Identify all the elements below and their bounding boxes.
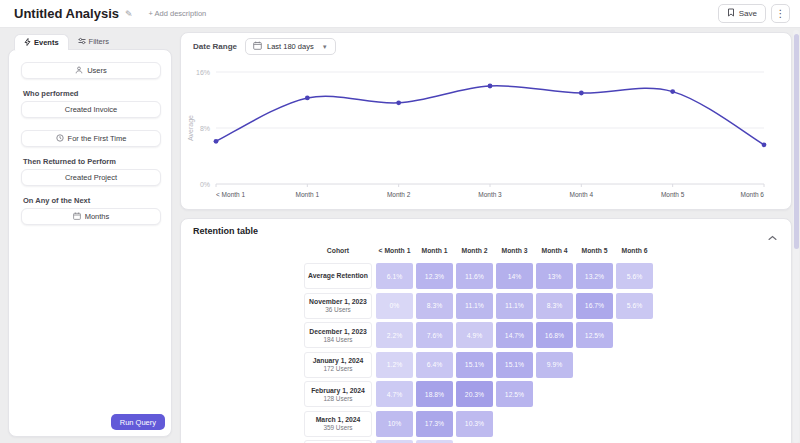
data-point-3[interactable]	[488, 84, 493, 89]
save-button[interactable]: Save	[718, 4, 766, 23]
first-time-button[interactable]: For the First Time	[21, 130, 161, 147]
clock-icon	[56, 134, 64, 144]
retention-cell[interactable]: 13.2%	[576, 263, 613, 289]
then-returned-label: Then Returned to Perform	[21, 157, 159, 166]
created-invoice-button[interactable]: Created Invoice	[21, 101, 161, 118]
retention-cell[interactable]: 15.1%	[496, 352, 533, 378]
retention-cell[interactable]: 2.2%	[376, 322, 413, 348]
user-icon	[75, 66, 83, 76]
users-button-label: Users	[87, 66, 107, 75]
retention-line	[216, 86, 764, 145]
tab-events[interactable]: Events	[14, 34, 69, 50]
y-axis-label: Average	[187, 115, 195, 141]
retention-cell[interactable]: 16.7%	[576, 293, 613, 319]
retention-cell[interactable]: 11.1%	[456, 293, 493, 319]
data-point-4[interactable]	[579, 91, 584, 96]
pencil-icon[interactable]: ✎	[125, 9, 133, 19]
retention-cell[interactable]: 8.3%	[416, 293, 453, 319]
retention-cell[interactable]: 1.2%	[376, 352, 413, 378]
y-axis-tick: 16%	[196, 69, 210, 76]
retention-cell[interactable]: 12.3%	[416, 263, 453, 289]
months-button[interactable]: Months	[21, 208, 161, 225]
date-range-dropdown[interactable]: Last 180 days ▼	[245, 38, 336, 55]
then-returned-label-label: Then Returned to Perform	[23, 157, 116, 166]
data-point-0[interactable]	[214, 139, 219, 144]
date-range-label: Date Range	[193, 42, 237, 51]
months-button-label: Months	[85, 212, 110, 221]
chart-card: 16%8%0%< Month 1Month 1Month 2Month 3Mon…	[180, 32, 792, 210]
table-row: December 1, 2023184 Users2.2%7.6%4.9%14.…	[304, 322, 616, 348]
retention-cell[interactable]: 10%	[376, 411, 413, 437]
retention-cell[interactable]: 14.7%	[496, 322, 533, 348]
users-button[interactable]: Users	[21, 62, 161, 79]
retention-cell[interactable]: 10.3%	[456, 411, 493, 437]
sliders-icon	[78, 37, 86, 47]
scrollbar-track[interactable]	[793, 30, 799, 443]
retention-cell[interactable]: 6.1%	[376, 263, 413, 289]
retention-cell[interactable]: 7.6%	[416, 322, 453, 348]
data-point-2[interactable]	[396, 100, 401, 105]
retention-cell[interactable]: 14%	[496, 263, 533, 289]
retention-cell[interactable]: 16.8%	[536, 322, 573, 348]
retention-cell[interactable]: 18.8%	[416, 381, 453, 407]
cohort-name: February 1, 2024	[311, 387, 365, 395]
retention-cell[interactable]: 15.1%	[456, 352, 493, 378]
retention-cell[interactable]: 11.1%	[496, 293, 533, 319]
retention-cell[interactable]: 20.3%	[456, 381, 493, 407]
cohort-user-count: 184 Users	[323, 336, 352, 343]
column-header: Month 4	[536, 247, 573, 254]
cohort-cell: January 1, 2024172 Users	[304, 352, 372, 378]
table-row: March 1, 2024359 Users10%17.3%10.3%	[304, 411, 496, 437]
add-description-button[interactable]: + Add description	[149, 9, 207, 18]
retention-cell[interactable]: 12.5%	[576, 322, 613, 348]
created-project-button-label: Created Project	[65, 173, 117, 182]
data-point-6[interactable]	[762, 142, 767, 147]
tab-filters[interactable]: Filters	[69, 34, 118, 49]
cohort-user-count: 359 Users	[323, 424, 352, 431]
retention-table-title: Retention table	[193, 226, 258, 236]
data-point-5[interactable]	[670, 89, 675, 94]
kebab-menu-button[interactable]: ⋮	[771, 4, 790, 23]
chevron-down-icon: ▼	[322, 44, 328, 50]
table-row: February 1, 2024128 Users4.7%18.8%20.3%1…	[304, 381, 536, 407]
cohort-cell: February 1, 2024128 Users	[304, 381, 372, 407]
retention-cell[interactable]: 4.7%	[376, 381, 413, 407]
tab-events-label: Events	[34, 38, 59, 47]
y-axis-tick: 8%	[200, 125, 210, 132]
retention-cell[interactable]: 0%	[376, 293, 413, 319]
retention-cell[interactable]: 6.4%	[416, 352, 453, 378]
cohort-name: November 1, 2023	[309, 298, 367, 306]
x-axis-tick: Month 4	[570, 191, 594, 198]
bookmark-icon	[727, 8, 735, 19]
header-actions: Save ⋮	[718, 4, 790, 23]
retention-cell[interactable]: 5.6%	[616, 293, 653, 319]
run-query-button[interactable]: Run Query	[111, 414, 165, 430]
retention-cell[interactable]: 17.3%	[416, 411, 453, 437]
retention-cell[interactable]: 8.3%	[536, 293, 573, 319]
cohort-name: March 1, 2024	[316, 416, 361, 424]
calendar-icon	[253, 41, 262, 52]
who-performed-label: Who performed	[21, 89, 159, 98]
retention-cell[interactable]: 13%	[536, 263, 573, 289]
date-range-value: Last 180 days	[267, 42, 314, 51]
created-project-button[interactable]: Created Project	[21, 169, 161, 186]
retention-cell[interactable]: 11.6%	[456, 263, 493, 289]
page-title: Untitled Analysis	[14, 6, 119, 21]
data-point-1[interactable]	[305, 96, 310, 101]
kebab-icon: ⋮	[776, 8, 786, 19]
column-header: Month 2	[456, 247, 493, 254]
zap-icon	[24, 38, 31, 48]
calendar-icon	[73, 212, 81, 222]
tab-filters-label: Filters	[89, 37, 109, 46]
sidebar-tabs: Events Filters	[14, 34, 118, 50]
retention-cell[interactable]: 9.9%	[536, 352, 573, 378]
scrollbar-thumb[interactable]	[794, 34, 799, 249]
retention-table-header: Cohort< Month 1Month 1Month 2Month 3Mont…	[304, 247, 656, 254]
cohort-cell: March 1, 2024359 Users	[304, 411, 372, 437]
chevron-up-icon[interactable]	[768, 227, 777, 245]
retention-cell[interactable]: 4.9%	[456, 322, 493, 348]
retention-cell[interactable]: 5.6%	[616, 263, 653, 289]
retention-cell[interactable]: 12.5%	[496, 381, 533, 407]
query-sidebar: UsersWho performedCreated InvoiceFor the…	[8, 49, 172, 437]
on-any-next-label-label: On Any of the Next	[23, 196, 90, 205]
